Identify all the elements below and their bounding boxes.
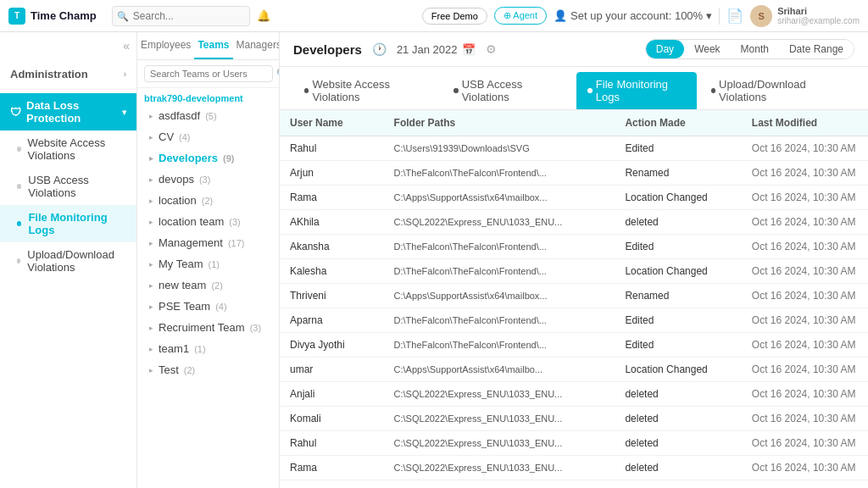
- user-name: Srihari: [777, 6, 860, 16]
- user-email: srihari@example.com: [777, 16, 860, 25]
- col-header-action: Action Made: [615, 110, 741, 136]
- cell-modified: Oct 16 2024, 10:30 AM: [742, 407, 868, 431]
- tab-employees[interactable]: Employees: [137, 32, 194, 59]
- team-item[interactable]: ▸CV(4): [137, 126, 279, 147]
- table-row: Rahul C:\SQL2022\Express_ENU\1033_ENU...…: [280, 431, 868, 456]
- tab-managers[interactable]: Managers: [233, 32, 280, 59]
- team-item[interactable]: ▸asdfasdf(5): [137, 105, 279, 126]
- date-display: 21 Jan 2022 📅: [397, 43, 476, 56]
- team-item[interactable]: ▸My Team(1): [137, 253, 279, 274]
- cell-username: Rama: [280, 186, 384, 210]
- topbar: T Time Champ 🔍 🔔 Free Demo ⊕ Agent 👤 Set…: [0, 0, 868, 32]
- table-row: Akansha D:\TheFalcon\TheFalcon\Frontend\…: [280, 235, 868, 259]
- cell-action: Edited: [615, 308, 741, 333]
- logo-icon: T: [8, 8, 25, 25]
- chevron-right-icon: ›: [124, 69, 126, 79]
- cell-username: Kalesh: [280, 480, 384, 489]
- team-item[interactable]: ▸Recruiment Team(3): [137, 317, 279, 338]
- topbar-actions: Free Demo ⊕ Agent 👤 Set up your account:…: [422, 5, 860, 27]
- teams-search-input[interactable]: [144, 65, 273, 82]
- table-container: User Name Folder Paths Action Made Last …: [280, 110, 868, 488]
- chevron-right-icon: ▸: [149, 345, 153, 353]
- team-item[interactable]: ▸new team(2): [137, 274, 279, 296]
- cell-username: Rahul: [280, 431, 384, 456]
- team-item[interactable]: ▸Management(17): [137, 232, 279, 253]
- team-item[interactable]: ▸Developers(9): [137, 147, 279, 169]
- team-group-header: btrak790-development: [137, 88, 279, 105]
- sidebar-item-usb-violations[interactable]: USB Access Violations: [0, 168, 136, 205]
- cell-modified: Oct 16 2024, 10:30 AM: [742, 308, 868, 333]
- cell-folder: D:\TheFalcon\TheFalcon\Frontend\...: [384, 333, 615, 358]
- chevron-right-icon: ▸: [149, 260, 153, 269]
- table-row: Thriveni C:\Apps\SupportAssist\x64\mailb…: [280, 284, 868, 308]
- data-table: User Name Folder Paths Action Made Last …: [280, 110, 868, 488]
- sidebar-administration[interactable]: Administration ›: [0, 59, 136, 86]
- team-item[interactable]: ▸devops(3): [137, 169, 279, 190]
- period-tabs: Day Week Month Date Range: [645, 39, 854, 59]
- period-tab-month[interactable]: Month: [731, 40, 779, 58]
- divider: [719, 8, 720, 25]
- tab-teams[interactable]: Teams: [194, 32, 232, 59]
- calendar-icon[interactable]: 📅: [462, 43, 476, 56]
- cell-modified: Oct 16 2024, 10:30 AM: [742, 284, 868, 308]
- table-row: Kalesha D:\TheFalcon\TheFalcon\Frontend\…: [280, 259, 868, 284]
- document-icon[interactable]: 📄: [726, 8, 743, 24]
- cell-modified: Oct 16 2024, 10:30 AM: [742, 161, 868, 186]
- team-item[interactable]: ▸team1(1): [137, 338, 279, 359]
- settings-icon[interactable]: ⚙: [486, 42, 497, 56]
- sidebar-item-file-monitoring[interactable]: File Monitoring Logs: [0, 205, 136, 242]
- sidebar-item-website-violations[interactable]: Website Access Violations: [0, 130, 136, 168]
- collapse-button[interactable]: «: [0, 32, 136, 59]
- cell-username: Divya Jyothi: [280, 333, 384, 358]
- agent-button[interactable]: ⊕ Agent: [494, 7, 547, 25]
- page-title: Developers: [293, 42, 362, 57]
- team-item[interactable]: ▸Test(2): [137, 359, 279, 380]
- cell-action: Renamed: [615, 161, 741, 186]
- team-item[interactable]: ▸location team(3): [137, 211, 279, 232]
- cell-folder: C:\Apps\SupportAssist\x64\mailbox...: [384, 284, 615, 308]
- setup-icon: 👤: [554, 9, 567, 22]
- period-tab-daterange[interactable]: Date Range: [779, 40, 854, 58]
- topbar-search: 🔍: [112, 6, 250, 26]
- team-item[interactable]: ▸PSE Team(4): [137, 296, 279, 317]
- chevron-right-icon: ▸: [149, 366, 153, 374]
- cell-modified: Oct 16 2024, 10:30 AM: [742, 210, 868, 235]
- clock-icon: 🕐: [372, 42, 387, 56]
- free-demo-button[interactable]: Free Demo: [422, 8, 487, 25]
- cell-modified: Oct 16 2024, 10:30 AM: [742, 358, 868, 382]
- sidebar-item-dlp[interactable]: 🛡 Data Loss Protection ▾: [0, 93, 136, 130]
- cell-action: Renamed: [615, 284, 741, 308]
- subtab-file-monitoring[interactable]: File Monitoring Logs: [576, 72, 696, 109]
- teams-search: 🔍: [137, 60, 279, 88]
- notification-icon[interactable]: 🔔: [257, 9, 270, 22]
- setup-label[interactable]: 👤 Set up your account: 100% ▾: [554, 9, 712, 22]
- cell-modified: Oct 16 2024, 10:30 AM: [742, 382, 868, 407]
- user-profile[interactable]: S Srihari srihari@example.com: [750, 5, 860, 27]
- dot-icon: [711, 88, 715, 93]
- period-tab-week[interactable]: Week: [684, 40, 730, 58]
- teams-panel: Employees Teams Managers 🔍 btrak790-deve…: [137, 32, 280, 488]
- cell-username: Kalesha: [280, 259, 384, 284]
- cell-folder: C:\SQL2022\Express_ENU\1033_ENU...: [384, 456, 615, 480]
- table-row: Kalesh C:\SQL2022\Express_ENU\1033_ENU..…: [280, 480, 868, 489]
- cell-action: deleted: [615, 456, 741, 480]
- period-tab-day[interactable]: Day: [646, 40, 684, 58]
- cell-username: Aparna: [280, 308, 384, 333]
- cell-folder: D:\TheFalcon\TheFalcon\Frontend\...: [384, 308, 615, 333]
- team-item[interactable]: ▸location(2): [137, 190, 279, 211]
- cell-folder: C:\Apps\SupportAssist\x64\mailbox...: [384, 186, 615, 210]
- chevron-down-icon: ▾: [122, 108, 126, 117]
- date-text: 21 Jan 2022: [397, 43, 458, 56]
- chevron-right-icon: ▸: [149, 133, 153, 141]
- subtab-usb[interactable]: USB Access Violations: [442, 72, 573, 109]
- cell-username: Anjali: [280, 382, 384, 407]
- cell-folder: C:\SQL2022\Express_ENU\1033_ENU...: [384, 431, 615, 456]
- cell-username: Akansha: [280, 235, 384, 259]
- cell-action: Edited: [615, 136, 741, 161]
- subtab-website[interactable]: Website Access Violations: [293, 72, 439, 109]
- subtab-upload[interactable]: Upload/Download Violations: [700, 72, 854, 109]
- search-input[interactable]: [112, 6, 250, 26]
- sidebar-item-upload-violations[interactable]: Upload/Download Violations: [0, 242, 136, 280]
- cell-modified: Oct 16 2024, 10:30 AM: [742, 186, 868, 210]
- col-header-folder: Folder Paths: [384, 110, 615, 136]
